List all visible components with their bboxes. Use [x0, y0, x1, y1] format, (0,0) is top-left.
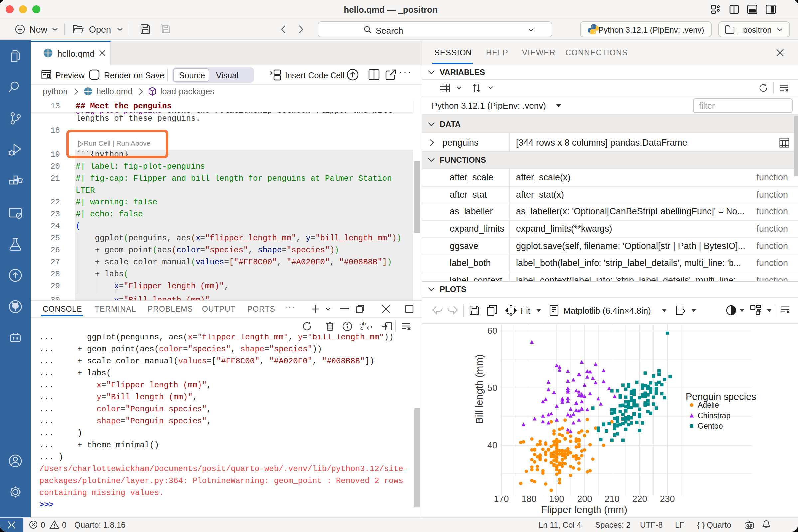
svg-text:40: 40 [488, 440, 497, 450]
svg-text:50: 50 [488, 383, 497, 393]
svg-text:230: 230 [660, 494, 674, 504]
svg-text:220: 220 [632, 494, 647, 504]
svg-text:170: 170 [494, 494, 509, 504]
svg-text:Bill length (mm): Bill length (mm) [474, 355, 485, 424]
svg-text:Flipper length (mm): Flipper length (mm) [541, 504, 627, 515]
svg-text:Penguin species: Penguin species [686, 391, 757, 402]
svg-text:Gentoo: Gentoo [698, 422, 723, 430]
svg-text:190: 190 [549, 494, 564, 504]
svg-text:210: 210 [605, 494, 620, 504]
svg-text:60: 60 [488, 326, 497, 336]
svg-text:c: c [360, 325, 363, 331]
svg-text:200: 200 [577, 494, 592, 504]
svg-text:180: 180 [521, 494, 536, 504]
svg-text:Adelie: Adelie [698, 401, 719, 409]
svg-text:Chinstrap: Chinstrap [698, 411, 730, 420]
